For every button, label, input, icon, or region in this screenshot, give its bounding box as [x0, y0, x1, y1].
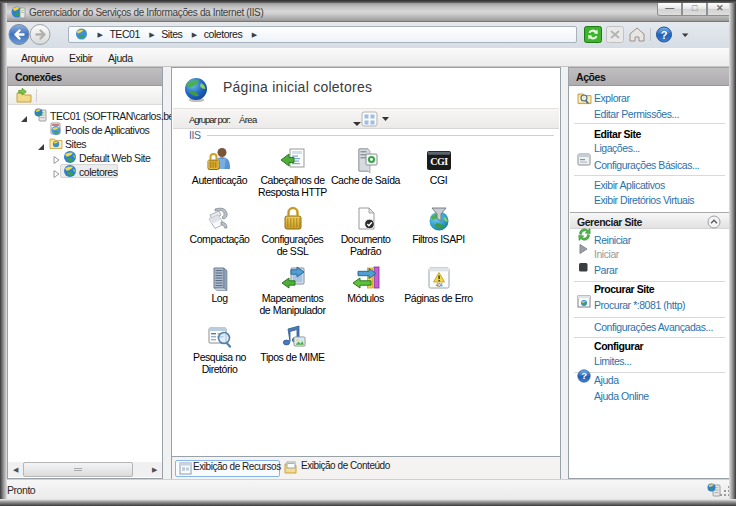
svg-text:?: ? — [661, 29, 668, 41]
svg-text:404: 404 — [435, 283, 442, 288]
svg-text:?: ? — [581, 370, 587, 381]
svg-text:CGI: CGI — [430, 156, 448, 167]
